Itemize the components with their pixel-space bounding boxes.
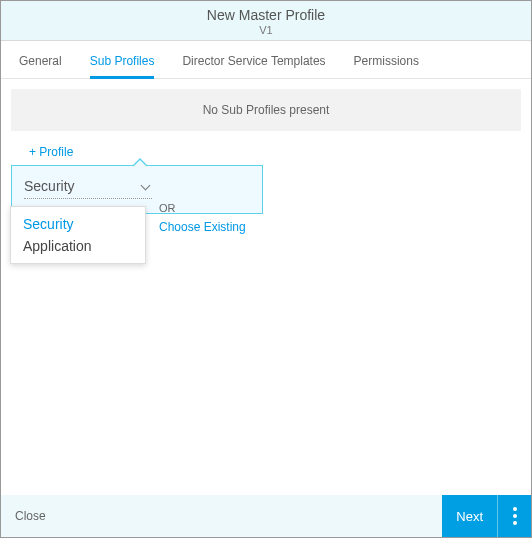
next-button[interactable]: Next — [442, 495, 497, 537]
chevron-down-icon — [140, 180, 152, 192]
dots-vertical-icon — [513, 521, 517, 525]
more-actions-button[interactable] — [497, 495, 531, 537]
tab-permissions[interactable]: Permissions — [354, 42, 419, 78]
close-button[interactable]: Close — [15, 509, 46, 523]
profile-type-select-value: Security — [24, 178, 75, 194]
dialog-footer: Close Next — [1, 495, 531, 537]
dropdown-option-application[interactable]: Application — [11, 235, 145, 257]
tab-sub-profiles[interactable]: Sub Profiles — [90, 42, 155, 78]
profile-type-select[interactable]: Security — [24, 176, 152, 199]
dialog-version: V1 — [1, 24, 531, 36]
dialog-title: New Master Profile — [1, 7, 531, 23]
profile-card: Security OR Choose Existing Security App… — [11, 165, 263, 214]
dots-vertical-icon — [513, 507, 517, 511]
tab-bar: General Sub Profiles Director Service Te… — [1, 41, 531, 79]
dialog-header: New Master Profile V1 — [1, 1, 531, 41]
profile-type-dropdown: Security Application — [10, 206, 146, 264]
content-area: No Sub Profiles present + Profile Securi… — [1, 79, 531, 495]
dropdown-option-security[interactable]: Security — [11, 213, 145, 235]
tab-director-service-templates[interactable]: Director Service Templates — [182, 42, 325, 78]
add-profile-link[interactable]: + Profile — [29, 145, 73, 159]
dots-vertical-icon — [513, 514, 517, 518]
tab-general[interactable]: General — [19, 42, 62, 78]
empty-state-message: No Sub Profiles present — [11, 89, 521, 131]
or-label: OR — [159, 202, 176, 214]
choose-existing-link[interactable]: Choose Existing — [159, 220, 246, 234]
